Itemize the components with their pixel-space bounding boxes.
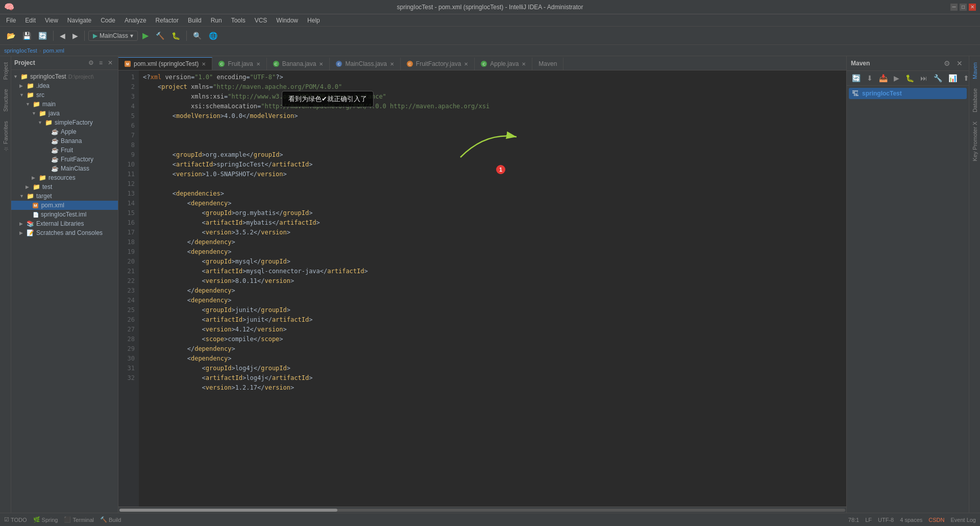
tree-item-mainclass[interactable]: ☕ MainClass	[11, 164, 118, 173]
sidebar-settings-button[interactable]: ⚙	[86, 58, 96, 67]
breadcrumb-file[interactable]: pom.xml	[43, 47, 64, 54]
tab-fruit[interactable]: C Fruit.java ✕	[212, 58, 266, 70]
left-tab-favorites[interactable]: ☆ Favorites	[1, 117, 10, 156]
sidebar-close-button[interactable]: ✕	[106, 58, 115, 67]
menu-window[interactable]: Window	[272, 16, 302, 25]
menu-run[interactable]: Run	[207, 16, 226, 25]
tree-item-fruit[interactable]: ☕ Fruit	[11, 146, 118, 155]
maven-run-button[interactable]: ▶	[892, 73, 901, 83]
tab-close-icon[interactable]: ✕	[522, 61, 526, 67]
tree-item-fruitfactory[interactable]: ☕ FruitFactory	[11, 155, 118, 164]
menu-file[interactable]: File	[2, 16, 20, 25]
horizontal-scrollbar[interactable]	[118, 507, 846, 513]
maven-import-button[interactable]: ⬇	[865, 73, 875, 83]
window-controls[interactable]: ─ □ ✕	[950, 4, 976, 11]
save-all-button[interactable]: 💾	[20, 30, 34, 41]
tab-close-icon[interactable]: ✕	[464, 61, 468, 67]
tab-icon: C	[336, 61, 342, 67]
sidebar-collapse-button[interactable]: ≡	[97, 58, 105, 67]
tab-fruitfactory[interactable]: C FruitFactory.java ✕	[401, 58, 475, 70]
close-button[interactable]: ✕	[969, 4, 976, 11]
tab-maven[interactable]: Maven	[532, 58, 564, 70]
menu-analyze[interactable]: Analyze	[120, 16, 151, 25]
tree-item-pom-xml[interactable]: M pom.xml	[11, 201, 118, 210]
debug-button[interactable]: 🐛	[169, 30, 183, 41]
menu-edit[interactable]: Edit	[21, 16, 40, 25]
tab-close-icon[interactable]: ✕	[202, 61, 206, 67]
spring-button[interactable]: 🌿 Spring	[33, 516, 58, 523]
tree-item-simplefactory[interactable]: ▼ 📁 simpleFactory	[11, 118, 118, 127]
tab-close-icon[interactable]: ✕	[256, 61, 260, 67]
breadcrumb-project[interactable]: springIocTest	[4, 47, 37, 54]
maximize-button[interactable]: □	[960, 4, 967, 11]
menu-tools[interactable]: Tools	[227, 16, 250, 25]
tab-close-icon[interactable]: ✕	[390, 61, 394, 67]
menu-help[interactable]: Help	[303, 16, 324, 25]
left-tab-project[interactable]: Project	[2, 58, 10, 84]
tab-pom-xml[interactable]: M pom.xml (springIocTest) ✕	[118, 57, 212, 70]
menu-code[interactable]: Code	[96, 16, 119, 25]
tab-banana[interactable]: C Banana.java ✕	[267, 58, 330, 70]
maven-tree: 🏗 springIocTest	[847, 86, 969, 513]
maven-diagram-button[interactable]: 📊	[946, 73, 959, 83]
menu-vcs[interactable]: VCS	[251, 16, 272, 25]
translate-button[interactable]: 🌐	[206, 30, 220, 41]
build-status-button[interactable]: 🔨 Build	[100, 516, 121, 523]
tree-item-test[interactable]: ▶ 📁 test	[11, 182, 118, 192]
tree-item-resources[interactable]: ▶ 📁 resources	[11, 173, 118, 182]
maven-close-button[interactable]: ✕	[954, 58, 965, 68]
back-button[interactable]: ◀	[57, 30, 68, 41]
maven-settings-button[interactable]: ⚙	[942, 58, 952, 68]
tree-item-target[interactable]: ▼ 📁 target	[11, 192, 118, 201]
tree-item-springioctest[interactable]: ▼ 📁 springIocTest D:\project\	[11, 72, 118, 81]
sync-button[interactable]: 🔄	[36, 30, 50, 41]
status-left: ☑ TODO 🌿 Spring ⬛ Terminal 🔨 Build	[4, 516, 121, 523]
minimize-button[interactable]: ─	[950, 4, 958, 11]
tree-item-external-libraries[interactable]: ▶ 📚 External Libraries	[11, 219, 118, 228]
menu-navigate[interactable]: Navigate	[63, 16, 95, 25]
tree-label: simpleFactory	[55, 119, 93, 126]
maven-skip-tests-button[interactable]: ⏭	[918, 73, 929, 83]
tree-item-src[interactable]: ▼ 📁 src	[11, 90, 118, 100]
right-tab-maven[interactable]: Maven	[971, 58, 979, 83]
tree-label: FruitFactory	[61, 156, 93, 163]
menu-view[interactable]: View	[41, 16, 62, 25]
scrollbar-thumb[interactable]	[119, 509, 337, 512]
run-button[interactable]: ▶	[140, 29, 151, 42]
tab-mainclass[interactable]: C MainClass.java ✕	[330, 58, 400, 70]
terminal-button[interactable]: ⬛ Terminal	[64, 516, 94, 523]
maven-reload-button[interactable]: 🔄	[850, 73, 863, 83]
menu-build[interactable]: Build	[184, 16, 206, 25]
forward-button[interactable]: ▶	[70, 30, 81, 41]
search-everywhere-button[interactable]: 🔍	[190, 30, 204, 41]
maven-debug-button[interactable]: 🐛	[903, 73, 916, 83]
tree-item-java[interactable]: ▼ 📁 java	[11, 109, 118, 118]
tree-item-apple[interactable]: ☕ Apple	[11, 127, 118, 136]
todo-button[interactable]: ☑ TODO	[4, 516, 27, 523]
tree-label: .idea	[36, 82, 50, 89]
tab-apple[interactable]: C Apple.java ✕	[475, 58, 532, 70]
menu-refactor[interactable]: Refactor	[152, 16, 183, 25]
tree-path: D:\project\	[68, 74, 94, 80]
tree-item-scratches[interactable]: ▶ 📝 Scratches and Consoles	[11, 228, 118, 237]
open-project-button[interactable]: 📂	[4, 30, 18, 41]
tree-item-idea[interactable]: ▶ 📁 .idea	[11, 81, 118, 90]
run-configuration[interactable]: ▶ MainClass ▾	[88, 31, 138, 41]
maven-generate-button[interactable]: 🔧	[932, 73, 944, 83]
tree-item-iml[interactable]: 📄 springIocTest.iml	[11, 210, 118, 219]
scrollbar-track[interactable]	[119, 509, 845, 512]
maven-download-sources-button[interactable]: 📥	[877, 73, 890, 83]
run-config-name: MainClass	[100, 32, 128, 39]
tab-close-icon[interactable]: ✕	[319, 61, 323, 67]
left-tab-structure[interactable]: Structure	[2, 85, 10, 116]
event-log-button[interactable]: Event Log	[950, 517, 976, 523]
right-tab-database[interactable]: Database	[971, 84, 979, 116]
right-tab-key-promoter[interactable]: Key Promoter X	[971, 117, 979, 165]
build-button[interactable]: 🔨	[153, 30, 167, 41]
editor-content[interactable]: 12345 678910 1112131415 1617181920 21222…	[118, 70, 846, 507]
tab-icon: C	[273, 61, 279, 67]
tree-item-main[interactable]: ▼ 📁 main	[11, 100, 118, 109]
maven-project-item[interactable]: 🏗 springIocTest	[849, 88, 967, 99]
spring-icon: 🌿	[33, 516, 40, 523]
tree-item-banana[interactable]: ☕ Banana	[11, 136, 118, 146]
